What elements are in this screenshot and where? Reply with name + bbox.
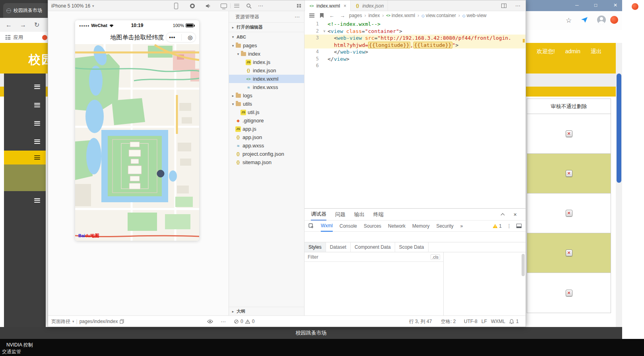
devtools-menu-icon[interactable]: ⋮ [506, 223, 512, 229]
editor-tab-index.wxml[interactable]: <>index.wxml× [305, 0, 351, 11]
statusbar-more-icon[interactable]: ⋯ [221, 316, 226, 327]
file-logs[interactable]: ▸logs [229, 91, 304, 100]
device-selector[interactable]: iPhone 5 100% 16 ▾ [51, 0, 94, 11]
panel-tab-终端[interactable]: 终端 [373, 209, 384, 221]
maximize-button[interactable]: □ [594, 2, 597, 8]
search-icon[interactable] [246, 0, 252, 11]
sidebar-menu-item[interactable] [4, 77, 46, 96]
console-drawer-icon[interactable] [516, 224, 522, 228]
eol-setting[interactable]: LF [481, 316, 487, 327]
fold-icon[interactable]: ∨ [321, 28, 328, 35]
panel-tab-调试器[interactable]: 调试器 [311, 209, 326, 221]
corner-app-icon[interactable] [632, 3, 638, 10]
style-filter-input[interactable] [308, 254, 431, 260]
file-.gitignore[interactable]: ◆.gitignore [229, 116, 304, 125]
devtools-tab-Sources[interactable]: Sources [364, 221, 381, 232]
devtools-tab-Memory[interactable]: Memory [412, 221, 429, 232]
forward-button[interactable]: → [20, 21, 26, 29]
pane-scrollbar[interactable] [522, 254, 525, 276]
outline-list-icon[interactable] [309, 13, 314, 19]
file-index.wxml[interactable]: <>index.wxml [229, 75, 304, 83]
file-project.config.json[interactable]: {}project.config.json [229, 150, 304, 158]
explorer-more-icon[interactable]: ⋯ [295, 14, 300, 20]
style-tab-Component Data[interactable]: Component Data [351, 242, 395, 252]
file-utils[interactable]: ▾utils [229, 100, 304, 108]
profile-avatar[interactable] [597, 15, 606, 24]
language-mode[interactable]: WXML [491, 316, 505, 327]
panel-collapse-icon[interactable] [501, 209, 504, 221]
encoding-setting[interactable]: UTF-8 [464, 316, 477, 327]
audio-icon[interactable] [206, 0, 211, 11]
visibility-eye-icon[interactable] [207, 319, 213, 323]
panel-tab-输出[interactable]: 输出 [354, 209, 365, 221]
apps-label[interactable]: 应用 [14, 34, 23, 41]
more-options-icon[interactable]: ⋯ [258, 0, 264, 11]
delete-button[interactable]: ✕ [566, 210, 572, 217]
outline-section[interactable]: ▸ 大纲 [229, 307, 304, 315]
sidebar-submenu-selected[interactable] [4, 164, 46, 191]
sidebar-menu-item[interactable] [4, 132, 46, 151]
extension-icon[interactable] [581, 17, 588, 24]
file-app.wxss[interactable]: ≈app.wxss [229, 141, 304, 150]
browser-menu-icon[interactable] [610, 16, 618, 24]
warning-badge[interactable]: 1 [493, 223, 502, 229]
apps-grid-icon[interactable] [6, 35, 10, 40]
screen-cast-icon[interactable] [221, 0, 227, 11]
split-editor-icon[interactable] [501, 0, 506, 11]
delete-button[interactable]: ✕ [566, 170, 572, 177]
project-section[interactable]: ▾ ABC [229, 32, 304, 41]
devtools-tab-Security[interactable]: Security [436, 221, 453, 232]
bookmark-favicon[interactable] [42, 35, 47, 40]
close-button[interactable]: ✕ [613, 2, 617, 8]
open-editors-section[interactable]: ▸ 打开的编辑器 [229, 22, 304, 32]
breadcrumb-item[interactable]: pages [349, 13, 362, 18]
page-path-label[interactable]: 页面路径 [51, 318, 70, 325]
file-index[interactable]: ▾index [229, 50, 304, 58]
taskbar-item[interactable]: NVIDIA 控制 [6, 342, 33, 348]
code-editor[interactable]: 1<!--index.wxml-->2∨<view class="contain… [305, 20, 526, 208]
style-tab-Styles[interactable]: Styles [305, 242, 326, 252]
breadcrumb-item[interactable]: index [369, 13, 380, 18]
minimize-button[interactable]: ─ [575, 2, 579, 8]
delete-button[interactable]: ✕ [566, 250, 572, 256]
page-scrollbar[interactable] [616, 43, 622, 327]
bookmark-icon[interactable] [320, 13, 324, 18]
delete-button[interactable]: ✕ [566, 130, 572, 137]
devtools-tab-Network[interactable]: Network [388, 221, 405, 232]
capsule-home-icon[interactable]: ◎ [188, 34, 192, 41]
delete-button[interactable]: ✕ [566, 290, 572, 296]
close-tab-icon[interactable]: × [343, 3, 346, 9]
sidebar-menu-item[interactable] [4, 114, 46, 132]
bell-icon[interactable] [509, 319, 514, 324]
tabs-overflow-icon[interactable]: » [460, 223, 463, 229]
sidebar-menu-item-active[interactable] [4, 151, 46, 164]
devtools-tab-Console[interactable]: Console [339, 221, 357, 232]
nav-forward-icon[interactable]: → [340, 13, 345, 19]
nav-back-icon[interactable]: ← [329, 13, 334, 19]
reload-button[interactable]: ↻ [34, 21, 39, 29]
phone-debug-icon[interactable] [174, 0, 178, 11]
file-pages[interactable]: ▾pages [229, 41, 304, 50]
map-view[interactable]: Baidu地图 [75, 44, 199, 241]
panel-tab-问题[interactable]: 问题 [335, 209, 345, 221]
file-sitemap.json[interactable]: {}sitemap.json [229, 158, 304, 166]
back-button[interactable]: ← [6, 21, 12, 29]
panel-close-icon[interactable]: × [514, 209, 517, 221]
record-icon[interactable] [190, 0, 195, 11]
file-index.json[interactable]: {}index.json [229, 66, 304, 75]
breadcrumb-item[interactable]: ◇web-view [462, 13, 487, 18]
taskbar-item[interactable]: 交通监管 [2, 348, 21, 355]
breadcrumb-item[interactable]: ◇view.container [421, 13, 456, 18]
editor-tab-index.json[interactable]: {}index.json [351, 0, 388, 11]
inspect-element-icon[interactable] [308, 223, 314, 229]
file-index.wxss[interactable]: ≈index.wxss [229, 83, 304, 91]
style-tab-Dataset[interactable]: Dataset [326, 242, 351, 252]
list-menu-icon[interactable] [234, 0, 239, 11]
indent-setting[interactable]: 空格: 2 [441, 316, 456, 327]
bookmark-star-icon[interactable]: ☆ [566, 16, 572, 25]
logout-link[interactable]: 退出 [591, 48, 602, 54]
compile-config-icon[interactable] [297, 0, 301, 11]
devtools-tab-Wxml[interactable]: Wxml [321, 221, 333, 232]
browser-tab[interactable]: 校园跳蚤市场 [3, 3, 55, 18]
cursor-position[interactable]: 行 3, 列 47 [409, 316, 432, 327]
